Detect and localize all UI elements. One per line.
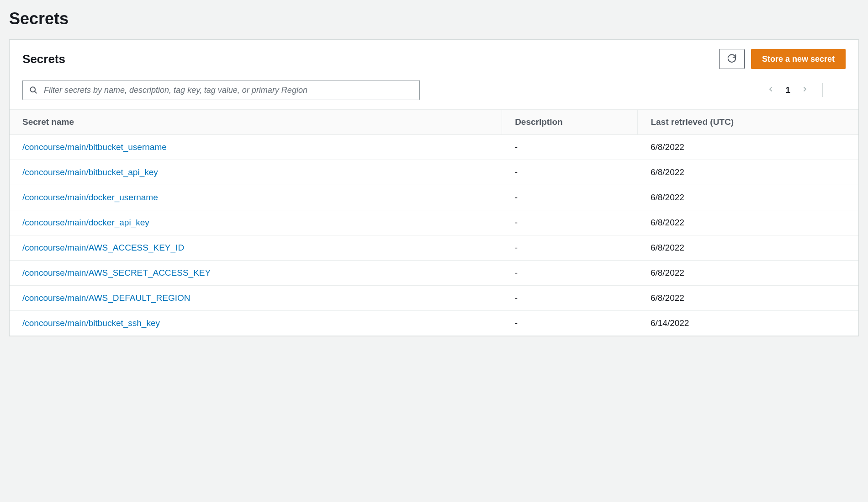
secrets-table: Secret name Description Last retrieved (… bbox=[10, 109, 858, 336]
secret-link[interactable]: /concourse/main/bitbucket_username bbox=[22, 142, 167, 152]
refresh-button[interactable] bbox=[719, 49, 745, 69]
secret-link[interactable]: /concourse/main/docker_api_key bbox=[22, 218, 149, 227]
pagination: 1 bbox=[766, 83, 846, 97]
table-row: /concourse/main/bitbucket_api_key-6/8/20… bbox=[10, 160, 858, 185]
table-row: /concourse/main/AWS_DEFAULT_REGION-6/8/2… bbox=[10, 286, 858, 311]
cell-last-retrieved: 6/8/2022 bbox=[638, 210, 858, 235]
panel-header: Secrets Store a new secret bbox=[10, 40, 858, 76]
col-last-retrieved[interactable]: Last retrieved (UTC) bbox=[638, 110, 858, 135]
secret-link[interactable]: /concourse/main/docker_username bbox=[22, 192, 158, 202]
cell-description: - bbox=[502, 286, 638, 311]
panel-title: Secrets bbox=[22, 52, 65, 66]
cell-description: - bbox=[502, 185, 638, 210]
table-row: /concourse/main/AWS_SECRET_ACCESS_KEY-6/… bbox=[10, 261, 858, 286]
search-icon bbox=[29, 85, 38, 95]
chevron-right-icon bbox=[801, 85, 809, 96]
cell-description: - bbox=[502, 135, 638, 160]
refresh-icon bbox=[727, 53, 737, 65]
svg-line-1 bbox=[35, 91, 37, 93]
secrets-panel: Secrets Store a new secret bbox=[9, 39, 859, 336]
cell-description: - bbox=[502, 160, 638, 185]
chevron-left-icon bbox=[767, 85, 774, 96]
search-input[interactable] bbox=[22, 80, 420, 100]
secret-link[interactable]: /concourse/main/AWS_ACCESS_KEY_ID bbox=[22, 243, 184, 252]
pager-divider bbox=[822, 83, 823, 97]
next-page-button[interactable] bbox=[800, 85, 810, 95]
secret-link[interactable]: /concourse/main/bitbucket_api_key bbox=[22, 167, 158, 177]
cell-description: - bbox=[502, 235, 638, 261]
cell-description: - bbox=[502, 261, 638, 286]
col-description[interactable]: Description bbox=[502, 110, 638, 135]
table-row: /concourse/main/bitbucket_username-6/8/2… bbox=[10, 135, 858, 160]
table-row: /concourse/main/bitbucket_ssh_key-6/14/2… bbox=[10, 311, 858, 336]
table-row: /concourse/main/docker_username-6/8/2022 bbox=[10, 185, 858, 210]
cell-description: - bbox=[502, 210, 638, 235]
cell-last-retrieved: 6/14/2022 bbox=[638, 311, 858, 336]
cell-last-retrieved: 6/8/2022 bbox=[638, 185, 858, 210]
col-secret-name[interactable]: Secret name bbox=[10, 110, 502, 135]
cell-last-retrieved: 6/8/2022 bbox=[638, 286, 858, 311]
cell-last-retrieved: 6/8/2022 bbox=[638, 160, 858, 185]
store-new-secret-button[interactable]: Store a new secret bbox=[751, 49, 846, 69]
search-wrap bbox=[22, 80, 420, 100]
cell-description: - bbox=[502, 311, 638, 336]
panel-toolbar: 1 bbox=[10, 76, 858, 109]
secret-link[interactable]: /concourse/main/AWS_SECRET_ACCESS_KEY bbox=[22, 268, 211, 278]
header-actions: Store a new secret bbox=[719, 49, 846, 69]
table-row: /concourse/main/AWS_ACCESS_KEY_ID-6/8/20… bbox=[10, 235, 858, 261]
cell-last-retrieved: 6/8/2022 bbox=[638, 235, 858, 261]
cell-last-retrieved: 6/8/2022 bbox=[638, 135, 858, 160]
page-title: Secrets bbox=[9, 9, 859, 28]
page-number: 1 bbox=[785, 85, 790, 95]
settings-button[interactable] bbox=[836, 85, 846, 95]
secret-link[interactable]: /concourse/main/AWS_DEFAULT_REGION bbox=[22, 293, 190, 303]
table-row: /concourse/main/docker_api_key-6/8/2022 bbox=[10, 210, 858, 235]
cell-last-retrieved: 6/8/2022 bbox=[638, 261, 858, 286]
secret-link[interactable]: /concourse/main/bitbucket_ssh_key bbox=[22, 318, 160, 328]
prev-page-button[interactable] bbox=[766, 85, 775, 95]
